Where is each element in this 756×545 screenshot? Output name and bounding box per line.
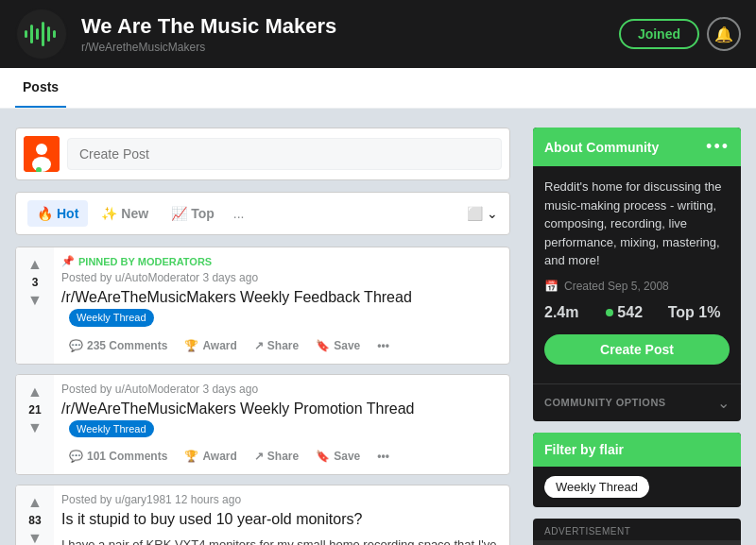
view-icon: ⬜ <box>467 206 483 221</box>
members-stat: 2.4m <box>544 304 606 321</box>
save-label: Save <box>334 339 360 352</box>
award-icon: 🏆 <box>184 339 198 352</box>
about-more-button[interactable]: ••• <box>706 137 730 157</box>
post-flair[interactable]: Weekly Thread <box>69 309 154 326</box>
top-icon: 📈 <box>171 206 187 221</box>
post-title[interactable]: /r/WeAreTheMusicMakers Weekly Feedback T… <box>61 288 502 328</box>
advertisement-box: ADVERTISEMENT <box>533 519 741 546</box>
award-button[interactable]: 🏆 Award <box>177 333 244 358</box>
svg-rect-2 <box>25 30 27 38</box>
sort-more-button[interactable]: ... <box>228 200 250 227</box>
subreddit-avatar <box>15 8 68 60</box>
save-button[interactable]: 🔖 Save <box>308 333 368 358</box>
share-icon: ↗ <box>254 339 264 352</box>
sort-top-button[interactable]: 📈 Top <box>162 200 224 227</box>
post-vote-controls: ▲ 21 ▼ <box>16 375 54 475</box>
more-button[interactable]: ••• <box>369 444 397 468</box>
svg-rect-7 <box>53 30 56 38</box>
comments-button[interactable]: 💬 101 Comments <box>61 444 175 468</box>
online-count: 542 <box>617 304 643 321</box>
top-label: Top <box>191 206 215 221</box>
created-date: Created Sep 5, 2008 <box>564 280 669 293</box>
post-excerpt-1: I have a pair of KRK VXT4 monitors for m… <box>61 536 502 545</box>
create-post-input[interactable] <box>67 138 502 170</box>
top-label: Top 1% <box>668 304 730 321</box>
award-icon: 🏆 <box>184 450 198 463</box>
filter-flair-title: Filter by flair <box>544 442 624 457</box>
post-meta: Posted by u/AutoModerator 3 days ago <box>61 383 502 396</box>
create-post-bar <box>15 128 510 180</box>
comments-count: 235 Comments <box>87 339 167 352</box>
post-meta: Posted by u/AutoModerator 3 days ago <box>61 271 502 284</box>
post-card: ▲ 83 ▼ Posted by u/gary1981 12 hours ago… <box>15 485 510 545</box>
online-stat: 542 <box>606 304 667 321</box>
post-card: ▲ 21 ▼ Posted by u/AutoModerator 3 days … <box>15 374 510 476</box>
downvote-button[interactable]: ▼ <box>26 291 44 310</box>
post-body: 📌 PINNED BY MODERATORS Posted by u/AutoM… <box>54 247 509 364</box>
filter-flair-content: Weekly Thread <box>533 467 741 507</box>
pin-icon: 📌 <box>61 255 75 267</box>
new-icon: ✨ <box>101 206 117 221</box>
upvote-button[interactable]: ▲ <box>26 383 44 401</box>
more-button[interactable]: ••• <box>369 333 397 358</box>
post-vote-controls: ▲ 83 ▼ <box>16 485 54 545</box>
svg-rect-5 <box>42 22 44 46</box>
create-post-button[interactable]: Create Post <box>544 334 730 365</box>
sort-hot-button[interactable]: 🔥 Hot <box>27 200 88 227</box>
save-button[interactable]: 🔖 Save <box>308 444 368 468</box>
subreddit-info: We Are The Music Makers r/WeAretheMusicM… <box>81 14 619 54</box>
tab-posts[interactable]: Posts <box>15 68 66 108</box>
view-toggle[interactable]: ⬜ ⌄ <box>467 206 498 221</box>
vote-count: 83 <box>28 514 41 527</box>
hot-icon: 🔥 <box>37 206 53 221</box>
comments-button[interactable]: 💬 235 Comments <box>61 333 175 358</box>
community-options-toggle[interactable]: COMMUNITY OPTIONS ⌄ <box>533 383 741 421</box>
joined-button[interactable]: Joined <box>619 19 699 49</box>
upvote-button[interactable]: ▲ <box>26 255 44 274</box>
community-created: 📅 Created Sep 5, 2008 <box>544 280 730 293</box>
award-label: Award <box>202 450 236 463</box>
view-chevron: ⌄ <box>487 206 498 221</box>
share-label: Share <box>267 339 299 352</box>
downvote-button[interactable]: ▼ <box>26 529 44 545</box>
post-meta: Posted by u/gary1981 12 hours ago <box>61 493 502 506</box>
bell-button[interactable]: 🔔 <box>707 17 741 51</box>
award-button[interactable]: 🏆 Award <box>177 444 244 468</box>
header-actions: Joined 🔔 <box>619 17 741 51</box>
comment-icon: 💬 <box>69 339 83 352</box>
save-label: Save <box>334 450 360 463</box>
share-button[interactable]: ↗ Share <box>247 444 306 468</box>
save-icon: 🔖 <box>316 450 330 463</box>
flair-tag-weekly-thread[interactable]: Weekly Thread <box>544 476 649 498</box>
post-title[interactable]: /r/WeAreTheMusicMakers Weekly Promotion … <box>61 400 502 439</box>
online-dot <box>606 309 613 316</box>
subreddit-title: We Are The Music Makers <box>81 14 619 39</box>
post-title-text: /r/WeAreTheMusicMakers Weekly Promotion … <box>61 400 414 417</box>
share-icon: ↗ <box>254 450 264 463</box>
user-avatar <box>24 136 60 172</box>
vote-count: 3 <box>32 276 39 289</box>
post-actions: 💬 235 Comments 🏆 Award ↗ Share 🔖 Save <box>61 333 502 358</box>
share-button[interactable]: ↗ Share <box>247 333 306 358</box>
post-title[interactable]: Is it stupid to buy used 10 year-old mon… <box>61 510 502 530</box>
about-community-title: About Community <box>544 140 659 155</box>
award-label: Award <box>202 339 236 352</box>
comment-icon: 💬 <box>69 450 83 463</box>
community-stats: 2.4m 542 Top 1% <box>544 304 730 321</box>
svg-rect-3 <box>30 25 33 43</box>
post-flair[interactable]: Weekly Thread <box>69 420 154 437</box>
hot-label: Hot <box>57 206 78 221</box>
post-vote-controls: ▲ 3 ▼ <box>16 247 54 364</box>
save-icon: 🔖 <box>316 339 330 352</box>
upvote-button[interactable]: ▲ <box>26 493 44 512</box>
top-stat: Top 1% <box>668 304 730 321</box>
more-icon: ••• <box>377 450 389 463</box>
downvote-button[interactable]: ▼ <box>26 418 44 437</box>
post-body: Posted by u/gary1981 12 hours ago Is it … <box>54 485 509 545</box>
sort-new-button[interactable]: ✨ New <box>92 200 158 227</box>
bell-icon: 🔔 <box>714 26 733 43</box>
post-title-text: /r/WeAreTheMusicMakers Weekly Feedback T… <box>61 289 412 305</box>
subreddit-header: We Are The Music Makers r/WeAretheMusicM… <box>0 0 756 68</box>
share-label: Share <box>267 450 299 463</box>
community-options-label: COMMUNITY OPTIONS <box>544 397 666 408</box>
